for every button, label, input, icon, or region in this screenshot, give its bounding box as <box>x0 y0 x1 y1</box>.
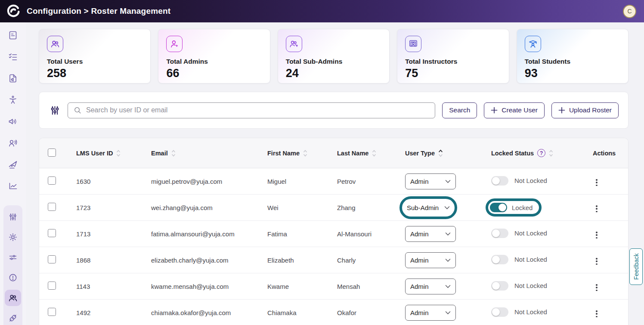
user-type-select[interactable]: Admin <box>405 279 456 294</box>
user-type-value: Admin <box>410 283 429 290</box>
cell-email: wei.zhang@yuja.com <box>151 204 267 211</box>
row-checkbox[interactable] <box>48 203 56 211</box>
locked-wrap: Locked <box>486 198 542 217</box>
user-type-select[interactable]: Admin <box>405 173 456 189</box>
stat-label: Total Users <box>47 58 142 65</box>
cell-last-name: Charly <box>337 257 405 264</box>
locked-status-help-icon[interactable]: ? <box>537 149 545 157</box>
user-type-select[interactable]: Admin <box>405 252 456 268</box>
locked-wrap: Not Locked <box>491 255 547 264</box>
line-chart-icon <box>8 181 18 191</box>
page-title: Configuration > Roster Management <box>27 6 170 16</box>
user-type-select-wrap: Admin <box>405 173 456 189</box>
chevron-down-icon <box>445 180 451 183</box>
equalizer-icon <box>8 212 18 222</box>
locked-toggle[interactable] <box>491 229 508 238</box>
search-input[interactable] <box>86 106 430 114</box>
row-actions-menu[interactable] <box>593 204 601 214</box>
locked-wrap: Not Locked <box>491 307 547 317</box>
feedback-button[interactable]: Feedback <box>629 248 643 285</box>
sort-lms-user-id[interactable] <box>116 150 121 157</box>
locked-label: Not Locked <box>514 229 547 237</box>
stat-label: Total Students <box>525 58 620 65</box>
create-user-button[interactable]: Create User <box>484 102 545 118</box>
sort-first-name[interactable] <box>303 150 307 157</box>
row-actions-menu[interactable] <box>593 282 601 293</box>
row-checkbox[interactable] <box>48 229 56 237</box>
sidebar-item-equalizer[interactable] <box>5 209 21 225</box>
user-type-select[interactable]: Sub-Admin <box>405 200 452 216</box>
row-checkbox[interactable] <box>48 282 56 290</box>
user-type-value: Admin <box>410 230 429 238</box>
user-type-select[interactable]: Admin <box>405 305 456 321</box>
sidebar-item-documents[interactable] <box>6 28 20 43</box>
stat-cards: Total Users 258 Total Admins 66 Total Su… <box>39 29 629 84</box>
chevron-down-icon <box>445 258 451 262</box>
upload-roster-button[interactable]: Upload Roster <box>551 102 619 118</box>
sidebar-item-integrations[interactable] <box>5 310 21 325</box>
user-type-select[interactable]: Admin <box>405 226 456 242</box>
locked-toggle[interactable] <box>491 255 508 264</box>
chevron-down-icon <box>445 232 451 236</box>
sidebar-item-user-voice[interactable] <box>6 136 20 150</box>
cell-last-name: Zhang <box>337 204 405 211</box>
locked-toggle[interactable] <box>491 307 508 317</box>
locked-toggle[interactable] <box>491 176 508 186</box>
locked-wrap: Not Locked <box>491 281 547 291</box>
row-actions-menu[interactable] <box>593 309 601 319</box>
row-actions-menu[interactable] <box>593 230 601 240</box>
sort-email[interactable] <box>171 150 176 157</box>
admin-star-icon <box>169 39 180 49</box>
megaphone-icon <box>8 116 18 127</box>
cell-email: fatima.almansouri@yuja.com <box>151 230 267 238</box>
top-bar: Configuration > Roster Management C <box>0 0 644 22</box>
sidebar-item-analytics[interactable] <box>6 179 20 193</box>
sidebar <box>0 22 26 325</box>
sidebar-item-checklist[interactable] <box>6 50 20 64</box>
stat-icon-box <box>47 36 63 52</box>
sort-locked-status[interactable] <box>549 150 553 157</box>
row-actions-menu[interactable] <box>593 177 601 188</box>
search-icon <box>73 106 82 115</box>
filter-button[interactable] <box>49 104 61 116</box>
stat-card: Total Sub-Admins 24 <box>278 29 390 84</box>
locked-toggle[interactable] <box>490 203 507 212</box>
row-checkbox[interactable] <box>48 255 56 263</box>
audio-file-icon <box>8 73 18 84</box>
row-actions-menu[interactable] <box>593 256 601 266</box>
sort-user-type[interactable] <box>438 149 443 157</box>
sidebar-item-settings[interactable] <box>5 229 21 245</box>
user-type-value: Admin <box>410 309 429 316</box>
sidebar-item-announcements[interactable] <box>6 114 20 129</box>
row-checkbox[interactable] <box>48 308 56 316</box>
table-row: 1143 kwame.mensah@yuja.com Kwame Mensah … <box>39 273 628 300</box>
sort-last-name[interactable] <box>372 150 376 157</box>
col-header-lms-user-id: LMS User ID <box>76 150 113 157</box>
locked-wrap: Not Locked <box>491 229 547 238</box>
instructor-icon <box>408 39 418 49</box>
search-button[interactable]: Search <box>442 102 477 118</box>
table-row: 1723 wei.zhang@yuja.com Wei Zhang Sub-Ad… <box>39 195 628 221</box>
cell-lms-user-id: 1713 <box>76 230 151 238</box>
sidebar-item-roster-management[interactable] <box>5 290 21 306</box>
row-checkbox[interactable] <box>48 176 56 185</box>
locked-label: Not Locked <box>514 256 547 263</box>
table-body: 1630 miguel.petrov@yuja.com Miguel Petro… <box>39 168 628 325</box>
sidebar-item-preferences[interactable] <box>5 249 21 266</box>
locked-label: Locked <box>512 204 533 211</box>
stat-card: Total Users 258 <box>39 29 151 84</box>
user-avatar[interactable]: C <box>623 5 636 18</box>
locked-label: Not Locked <box>514 177 547 184</box>
badge-alert-icon <box>8 272 18 283</box>
sidebar-item-media-file[interactable] <box>6 71 20 86</box>
sidebar-item-alerts[interactable] <box>5 269 21 286</box>
select-all-checkbox[interactable] <box>48 149 56 157</box>
sidebar-item-paper-plane[interactable] <box>6 157 20 172</box>
plus-icon <box>558 107 565 114</box>
locked-toggle[interactable] <box>491 281 508 291</box>
sidebar-item-accessibility[interactable] <box>6 93 20 107</box>
feedback-label: Feedback <box>633 254 640 280</box>
cell-last-name: Okafor <box>337 309 405 316</box>
yuja-logo-icon[interactable] <box>6 4 21 19</box>
stat-value: 93 <box>525 67 620 80</box>
